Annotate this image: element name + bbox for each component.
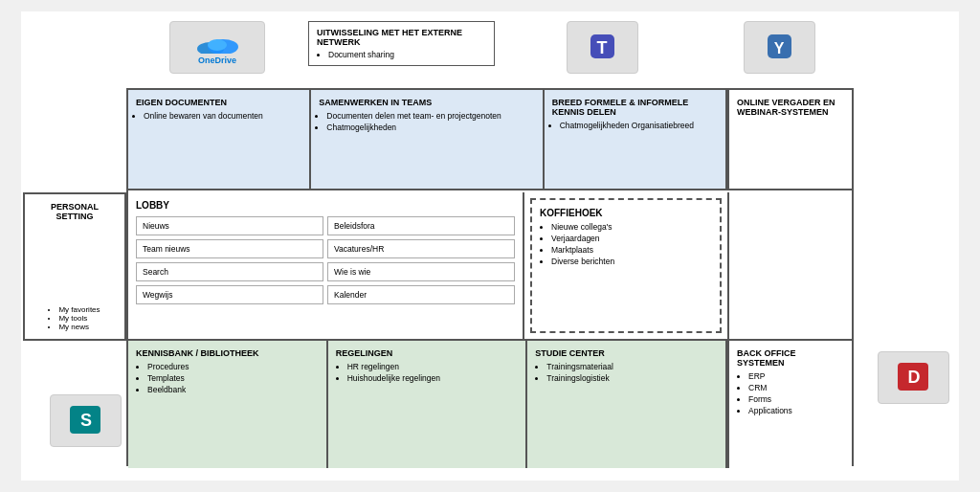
lobby-item-wegwijs[interactable]: Wegwijs [136, 285, 323, 304]
dynamics-icon: D [878, 351, 949, 404]
svg-text:D: D [907, 368, 920, 387]
lobby-item-wieiswie[interactable]: Wie is wie [327, 262, 515, 281]
svg-point-2 [208, 39, 227, 51]
back-office-title: BACK OFFICE SYSTEMEN [737, 348, 844, 368]
online-vergaderen-title: ONLINE VERGADER EN WEBINAR-SYSTEMEN [737, 98, 844, 117]
svg-text:S: S [79, 411, 91, 430]
sharepoint-icon: S [50, 394, 122, 447]
bo-item-crm: CRM [748, 383, 844, 392]
studie-center-col: STUDIE CENTER Trainingsmateriaal Trainin… [527, 341, 727, 468]
kennisbank-title: KENNISBANK / BIBLIOTHEEK [136, 348, 319, 358]
lobby-item-nieuws[interactable]: Nieuws [136, 216, 323, 235]
koffiehoek-item-3: Marktplaats [551, 245, 712, 255]
ps-item-favorites: My favorites [58, 305, 100, 314]
breed-formele-title: BREED FORMELE & INFORMELE KENNIS DELEN [552, 98, 718, 117]
kennisbank-item-1: Procedures [147, 362, 319, 371]
kennisbank-col: KENNISBANK / BIBLIOTHEEK Procedures Temp… [128, 341, 328, 468]
regelingen-col: REGELINGEN HR regelingen Huishoudelijke … [328, 341, 528, 468]
koffiehoek-item-2: Verjaardagen [551, 234, 712, 243]
kennisbank-item-2: Templates [147, 373, 319, 383]
teams-icon: T [567, 21, 638, 74]
bottom-section: KENNISBANK / BIBLIOTHEEK Procedures Temp… [128, 341, 852, 468]
koffiehoek-title: KOFFIEHOEK [540, 208, 712, 218]
samenwerken-title: SAMENWERKEN IN TEAMS [319, 98, 534, 107]
personal-setting-title: PERSONAL SETTING [33, 202, 117, 221]
top-section: EIGEN DOCUMENTEN Online bewaren van docu… [128, 90, 852, 190]
back-office-col: BACK OFFICE SYSTEMEN ERP CRM Forms Appli… [727, 341, 852, 468]
eigen-documenten-col: EIGEN DOCUMENTEN Online bewaren van docu… [128, 90, 311, 189]
online-vergaderen-top: ONLINE VERGADER EN WEBINAR-SYSTEMEN [727, 90, 852, 189]
studie-item-2: Trainingslogistiek [546, 373, 718, 383]
samenwerken-col: SAMENWERKEN IN TEAMS Documenten delen me… [311, 90, 544, 189]
regelingen-item-1: HR regelingen [347, 362, 519, 371]
breed-formele-item-1: Chatmogelijkheden Organisatiebreed [560, 121, 718, 130]
diagram-container: OneDrive T Y S [21, 11, 959, 481]
ps-item-tools: My tools [58, 314, 100, 323]
lobby-grid: Nieuws Beleidsfora Team nieuws Vacatures… [136, 216, 515, 304]
building: PERSONAL SETTING My favorites My tools M… [126, 88, 854, 466]
regelingen-title: REGELINGEN [336, 348, 519, 358]
online-vergaderen-middle [727, 192, 852, 339]
breed-formele-col: BREED FORMELE & INFORMELE KENNIS DELEN C… [545, 90, 727, 189]
svg-text:Y: Y [774, 40, 785, 56]
uitwisseling-box: UITWISSELING MET HET EXTERNE NETWERK Doc… [308, 21, 495, 66]
uitwisseling-title: UITWISSELING MET HET EXTERNE NETWERK [317, 28, 486, 47]
lobby-item-search[interactable]: Search [136, 262, 323, 281]
lobby-item-kalender[interactable]: Kalender [327, 285, 515, 304]
eigen-documenten-title: EIGEN DOCUMENTEN [136, 98, 301, 107]
koffiehoek-item-4: Diverse berichten [551, 257, 712, 266]
ps-item-news: My news [58, 323, 100, 331]
koffiehoek-section: KOFFIEHOEK Nieuwe collega's Verjaardagen… [530, 198, 722, 333]
lobby-item-vacatures[interactable]: Vacatures/HR [327, 239, 515, 258]
onedrive-icon: OneDrive [169, 21, 265, 74]
bo-item-applications: Applications [748, 406, 844, 415]
lobby-section: LOBBY Nieuws Beleidsfora Team nieuws Vac… [128, 192, 524, 339]
lobby-item-teamnieuws[interactable]: Team nieuws [136, 239, 323, 258]
samenwerken-item-2: Chatmogelijkheden [326, 123, 534, 132]
yammer-icon: Y [744, 21, 815, 74]
eigen-doc-item-1: Online bewaren van documenten [144, 111, 301, 121]
bo-item-erp: ERP [748, 371, 844, 381]
svg-text:T: T [597, 38, 608, 57]
koffiehoek-item-1: Nieuwe collega's [551, 222, 712, 232]
kennisbank-item-3: Beeldbank [147, 385, 319, 394]
lobby-item-beleidsfora[interactable]: Beleidsfora [327, 216, 515, 235]
middle-section: LOBBY Nieuws Beleidsfora Team nieuws Vac… [128, 192, 852, 341]
studie-item-1: Trainingsmateriaal [546, 362, 718, 371]
uitwisseling-item-1: Document sharing [328, 50, 486, 59]
onedrive-label: OneDrive [196, 56, 239, 65]
samenwerken-item-1: Documenten delen met team- en projectgen… [326, 111, 534, 121]
bo-item-forms: Forms [748, 394, 844, 404]
regelingen-item-2: Huishoudelijke regelingen [347, 373, 519, 383]
personal-setting: PERSONAL SETTING My favorites My tools M… [23, 192, 126, 341]
studie-center-title: STUDIE CENTER [535, 348, 718, 358]
lobby-title: LOBBY [136, 200, 515, 211]
